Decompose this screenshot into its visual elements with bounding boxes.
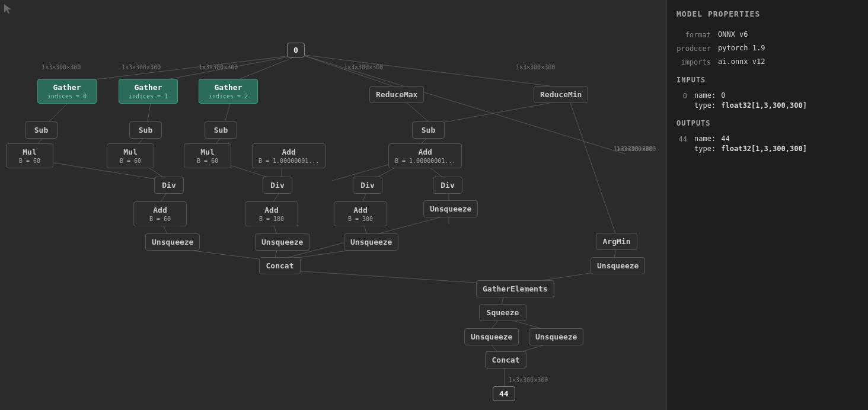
imports-label: imports [676, 57, 718, 66]
panel-title: MODEL PROPERTIES [676, 9, 859, 18]
producer-label: producer [676, 44, 718, 53]
outputs-section-title: OUTPUTS [676, 119, 859, 127]
node-sub-2[interactable]: Sub [129, 121, 162, 139]
node-reducemax[interactable]: ReduceMax [369, 86, 424, 103]
node-div-1[interactable]: Div [154, 177, 184, 194]
node-sub-1[interactable]: Sub [25, 121, 58, 139]
format-label: format [676, 30, 718, 39]
output-item-44: 44 name: 44 type: float32[1,3,300,300] [676, 134, 859, 153]
node-unsqueeze-4[interactable]: Unsqueeze [423, 200, 478, 217]
input-0-index: 0 [676, 91, 694, 100]
node-output-44[interactable]: 44 [493, 386, 515, 401]
svg-line-4 [301, 55, 563, 88]
graph-canvas[interactable]: 1×3×300×300 1×3×300×300 1×3×300×300 1×3×… [0, 0, 666, 410]
node-add-5[interactable]: Add B = 300 [334, 201, 387, 226]
edge-label-3: 1×3×300×300 [199, 64, 238, 71]
node-unsqueeze-5[interactable]: Unsqueeze [591, 257, 645, 274]
node-unsqueeze-1[interactable]: Unsqueeze [145, 233, 200, 251]
node-gatherelements[interactable]: GatherElements [476, 280, 554, 297]
node-div-4[interactable]: Div [433, 177, 462, 194]
input-0-type: type: float32[1,3,300,300] [694, 101, 807, 110]
node-unsqueeze-2[interactable]: Unsqueeze [255, 233, 309, 251]
svg-line-11 [403, 100, 432, 124]
node-unsqueeze-7[interactable]: Unsqueeze [529, 328, 583, 345]
inputs-section-title: INPUTS [676, 76, 859, 84]
node-reducemin[interactable]: ReduceMin [534, 86, 588, 103]
node-mul-3[interactable]: Mul B = 60 [184, 143, 231, 168]
node-input-0[interactable]: 0 [287, 43, 305, 57]
svg-line-3 [301, 55, 397, 88]
node-unsqueeze-3[interactable]: Unsqueeze [344, 233, 398, 251]
node-squeeze[interactable]: Squeeze [479, 304, 526, 321]
properties-panel: MODEL PROPERTIES format ONNX v6 producer… [666, 0, 868, 410]
node-concat-1[interactable]: Concat [259, 257, 301, 274]
node-add-4[interactable]: Add B = 180 [245, 201, 298, 226]
edge-label-5: 1×3×300×300 [516, 64, 555, 71]
node-div-3[interactable]: Div [353, 177, 382, 194]
graph-svg: 1×3×300×300 1×3×300×300 1×3×300×300 1×3×… [0, 0, 666, 410]
imports-row: imports ai.onnx v12 [676, 57, 859, 66]
svg-line-43 [301, 55, 626, 154]
edge-label-7: 1×3×300×300 [617, 146, 656, 152]
imports-value: ai.onnx v12 [718, 57, 765, 66]
node-argmin[interactable]: ArgMin [596, 233, 637, 250]
output-44-index: 44 [676, 134, 694, 143]
svg-line-34 [569, 100, 617, 237]
node-mul-2[interactable]: Mul B = 60 [107, 143, 154, 168]
format-value: ONNX v6 [718, 30, 748, 39]
svg-line-12 [432, 100, 569, 124]
node-gather-3[interactable]: Gather indices = 2 [199, 79, 258, 104]
node-gather-1[interactable]: Gather indices = 0 [37, 79, 97, 104]
edge-label-2: 1×3×300×300 [122, 64, 161, 71]
node-sub-3[interactable]: Sub [205, 121, 237, 139]
input-0-name: name: 0 [694, 91, 807, 100]
node-concat-2[interactable]: Concat [485, 351, 526, 369]
node-add-3[interactable]: Add B = 60 [133, 201, 187, 226]
producer-value: pytorch 1.9 [718, 44, 765, 52]
output-44-name: name: 44 [694, 134, 807, 143]
node-unsqueeze-6[interactable]: Unsqueeze [464, 328, 519, 345]
node-sub-4[interactable]: Sub [412, 121, 445, 139]
node-add-1[interactable]: Add B = 1.00000001... [252, 143, 326, 168]
producer-row: producer pytorch 1.9 [676, 44, 859, 53]
format-row: format ONNX v6 [676, 30, 859, 39]
svg-line-33 [276, 270, 501, 284]
edge-label-out: 1×3×300×300 [509, 377, 548, 383]
node-add-2[interactable]: Add B = 1.00000001... [388, 143, 462, 168]
node-div-2[interactable]: Div [263, 177, 292, 194]
node-gather-2[interactable]: Gather indices = 1 [119, 79, 178, 104]
node-mul-1[interactable]: Mul B = 60 [6, 143, 53, 168]
output-44-type: type: float32[1,3,300,300] [694, 145, 807, 153]
edge-label-1: 1×3×300×300 [42, 64, 81, 71]
input-item-0: 0 name: 0 type: float32[1,3,300,300] [676, 91, 859, 110]
